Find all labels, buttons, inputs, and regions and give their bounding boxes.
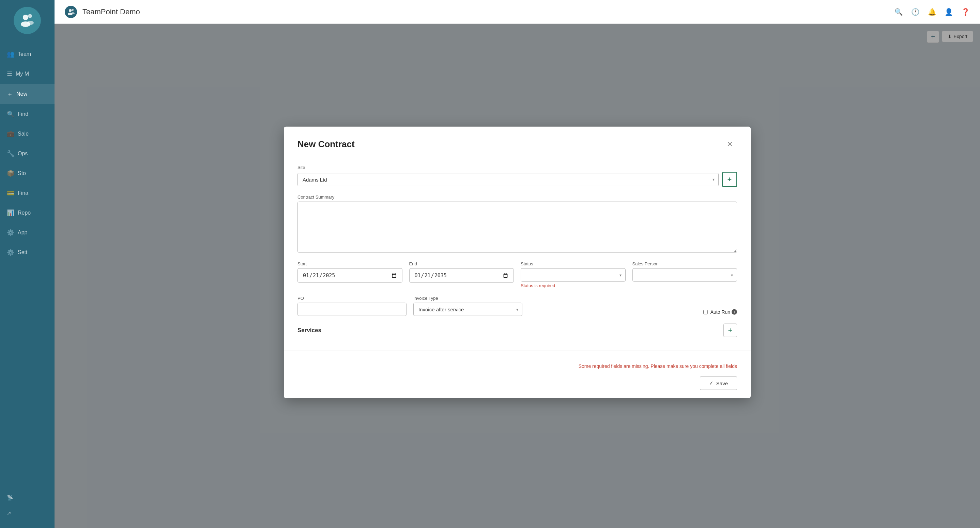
sidebar-item-sales[interactable]: 💼 Sale: [0, 124, 54, 144]
sidebar: 👥 Team ☰ My M ＋ New 🔍 Find 💼 Sale 🔧 Ops …: [0, 0, 54, 528]
sidebar-item-share[interactable]: ↗: [0, 506, 54, 521]
ops-icon: 🔧: [7, 150, 14, 157]
invoice-type-select[interactable]: Invoice after service: [413, 303, 522, 316]
sidebar-item-feed[interactable]: 📡: [0, 490, 54, 506]
sidebar-item-label: Ops: [18, 151, 28, 157]
save-check-icon: ✓: [709, 380, 714, 386]
auto-run-info-icon[interactable]: i: [732, 309, 737, 315]
invoice-type-label: Invoice Type: [413, 296, 522, 301]
user-icon[interactable]: 👤: [945, 8, 953, 16]
site-select-wrapper: Adams Ltd ▾: [298, 173, 719, 186]
auto-run-col: Auto Run i: [529, 309, 737, 316]
po-label: PO: [298, 296, 407, 301]
new-contract-modal: New Contract × Site Adams Ltd ▾ +: [284, 127, 751, 398]
sidebar-item-settings[interactable]: ⚙️ Sett: [0, 243, 54, 262]
topbar: TeamPoint Demo 🔍 🕐 🔔 👤 ❓: [54, 0, 980, 24]
auto-run-label: Auto Run i: [711, 309, 737, 315]
topbar-logo: [65, 6, 77, 18]
site-select[interactable]: Adams Ltd: [298, 173, 719, 186]
sidebar-item-new[interactable]: ＋ New: [0, 84, 54, 104]
modal-divider: [284, 351, 751, 351]
save-button[interactable]: ✓ Save: [700, 377, 737, 390]
sidebar-item-label: My M: [16, 71, 29, 77]
modal-footer: Some required fields are missing. Please…: [284, 358, 751, 398]
sales-person-select[interactable]: [632, 269, 737, 282]
sidebar-item-find[interactable]: 🔍 Find: [0, 104, 54, 124]
sidebar-item-label: Sto: [18, 170, 26, 177]
status-col: Status ▾ Status is required: [521, 261, 625, 288]
end-col: End: [409, 261, 514, 288]
sales-icon: 💼: [7, 130, 14, 138]
settings-icon: ⚙️: [7, 249, 14, 256]
finance-icon: 💳: [7, 189, 14, 197]
po-col: PO: [298, 296, 407, 316]
main-content: ⬇ Export + New Contract × Site Adams Ltd: [54, 24, 980, 528]
find-icon: 🔍: [7, 110, 14, 118]
history-icon[interactable]: 🕐: [911, 8, 920, 16]
invoice-type-col: Invoice Type Invoice after service ▾: [413, 296, 522, 316]
sidebar-logo: [14, 7, 41, 34]
end-date-input[interactable]: [409, 269, 514, 283]
site-group: Site Adams Ltd ▾ +: [298, 165, 737, 187]
po-invoice-row: PO Invoice Type Invoice after service ▾: [298, 296, 737, 316]
sidebar-item-ops[interactable]: 🔧 Ops: [0, 144, 54, 164]
dates-status-row: Start End Status ▾ Status is required: [298, 261, 737, 288]
contract-summary-group: Contract Summary: [298, 194, 737, 254]
po-input[interactable]: [298, 303, 407, 316]
save-label: Save: [716, 380, 728, 386]
team-icon: 👥: [7, 51, 14, 58]
sidebar-item-label: Sett: [18, 249, 27, 256]
my-icon: ☰: [7, 70, 12, 78]
site-add-button[interactable]: +: [722, 172, 737, 187]
feed-icon: 📡: [7, 495, 13, 501]
app-title: TeamPoint Demo: [83, 8, 889, 16]
reports-icon: 📊: [7, 209, 14, 217]
site-label: Site: [298, 165, 737, 170]
validation-error: Some required fields are missing. Please…: [579, 363, 737, 369]
sidebar-item-apps[interactable]: ⚙️ App: [0, 223, 54, 243]
search-icon[interactable]: 🔍: [894, 8, 903, 16]
svg-point-1: [28, 14, 32, 18]
sidebar-item-reports[interactable]: 📊 Repo: [0, 203, 54, 223]
contract-summary-textarea[interactable]: [298, 202, 737, 253]
apps-icon: ⚙️: [7, 229, 14, 236]
sales-person-label: Sales Person: [632, 261, 737, 266]
contract-summary-label: Contract Summary: [298, 194, 737, 200]
sidebar-item-label: Fina: [18, 190, 28, 196]
svg-point-7: [71, 12, 75, 14]
new-icon: ＋: [7, 90, 13, 98]
modal-header: New Contract ×: [284, 127, 751, 158]
sidebar-item-label: Sale: [18, 131, 29, 137]
services-title: Services: [298, 327, 321, 334]
svg-point-4: [69, 9, 72, 12]
status-error: Status is required: [521, 283, 625, 288]
end-label: End: [409, 261, 514, 266]
topbar-icons: 🔍 🕐 🔔 👤 ❓: [894, 8, 970, 16]
sidebar-item-label: Team: [18, 51, 31, 57]
sidebar-item-finance[interactable]: 💳 Fina: [0, 183, 54, 203]
sidebar-item-stock[interactable]: 📦 Sto: [0, 164, 54, 183]
sidebar-item-label: Find: [18, 111, 28, 117]
modal-close-button[interactable]: ×: [723, 137, 737, 151]
site-row: Adams Ltd ▾ +: [298, 172, 737, 187]
status-select[interactable]: [521, 269, 625, 282]
modal-body: Site Adams Ltd ▾ + Contract Summary: [284, 158, 751, 351]
help-icon[interactable]: ❓: [961, 8, 970, 16]
notifications-icon[interactable]: 🔔: [928, 8, 936, 16]
svg-point-5: [72, 9, 73, 11]
start-date-input[interactable]: [298, 269, 402, 283]
sidebar-item-label: New: [16, 91, 27, 97]
sidebar-item-team[interactable]: 👥 Team: [0, 44, 54, 64]
auto-run-checkbox[interactable]: [703, 310, 708, 314]
start-label: Start: [298, 261, 402, 266]
services-add-button[interactable]: +: [724, 324, 737, 337]
share-icon: ↗: [7, 510, 11, 517]
sidebar-bottom: 📡 ↗: [0, 490, 54, 528]
status-label: Status: [521, 261, 625, 266]
start-col: Start: [298, 261, 402, 288]
svg-point-3: [27, 21, 34, 25]
services-header: Services +: [298, 324, 737, 337]
svg-point-0: [23, 15, 28, 20]
sidebar-item-my[interactable]: ☰ My M: [0, 64, 54, 84]
sidebar-item-label: App: [18, 230, 27, 236]
